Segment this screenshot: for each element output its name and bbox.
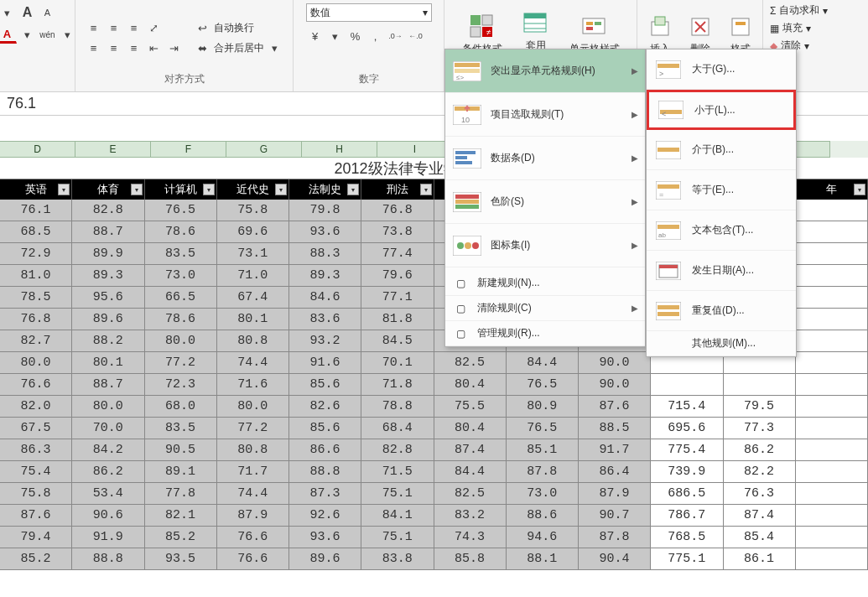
data-cell[interactable]: 69.6 (217, 221, 289, 243)
data-cell[interactable]: 90.5 (145, 439, 217, 461)
data-cell[interactable]: 82.5 (434, 352, 507, 374)
data-cell[interactable] (796, 483, 868, 505)
column-header[interactable]: G (226, 141, 302, 158)
table-header[interactable]: 英语▾ (0, 179, 72, 200)
data-cell[interactable]: 695.6 (651, 418, 723, 439)
data-cell[interactable]: 84.5 (361, 330, 434, 352)
data-cell[interactable]: 76.6 (217, 548, 289, 570)
menu-item[interactable]: ab文本包含(T)... (647, 210, 796, 251)
data-cell[interactable]: 80.0 (72, 396, 144, 418)
data-cell[interactable]: 68.5 (0, 221, 72, 243)
data-cell[interactable]: 76.8 (0, 309, 72, 330)
data-cell[interactable] (796, 330, 868, 352)
data-cell[interactable]: 72.3 (145, 374, 217, 396)
data-cell[interactable]: 78.6 (145, 309, 217, 330)
data-cell[interactable]: 85.4 (724, 527, 796, 548)
filter-arrow-icon[interactable]: ▾ (347, 184, 359, 195)
data-cell[interactable]: 68.4 (361, 418, 434, 439)
filter-arrow-icon[interactable]: ▾ (131, 184, 143, 195)
data-cell[interactable] (796, 439, 868, 461)
data-cell[interactable]: 79.8 (289, 200, 361, 221)
menu-item[interactable]: =等于(E)... (647, 170, 796, 210)
data-cell[interactable] (796, 374, 868, 396)
data-cell[interactable]: 78.5 (0, 287, 72, 309)
data-cell[interactable]: 80.0 (0, 352, 72, 374)
percent-icon[interactable]: % (346, 27, 365, 45)
data-cell[interactable] (796, 418, 868, 439)
data-cell[interactable]: 78.6 (145, 221, 217, 243)
data-cell[interactable]: 70.1 (361, 352, 434, 374)
data-cell[interactable]: 83.2 (434, 505, 507, 527)
data-cell[interactable] (651, 374, 723, 396)
filter-arrow-icon[interactable]: ▾ (854, 184, 865, 195)
data-cell[interactable]: 68.0 (145, 396, 217, 418)
table-header[interactable]: 近代史▾ (217, 179, 289, 200)
data-cell[interactable]: 82.1 (145, 505, 217, 527)
data-cell[interactable]: 85.2 (0, 548, 72, 570)
menu-item[interactable]: 图标集(I)▶ (445, 224, 645, 267)
data-cell[interactable]: 81.0 (0, 265, 72, 287)
menu-item[interactable]: >大于(G)... (647, 49, 796, 90)
data-cell[interactable]: 72.9 (0, 243, 72, 265)
column-header[interactable]: D (0, 141, 75, 158)
data-cell[interactable]: 77.3 (724, 418, 796, 439)
data-cell[interactable]: 80.1 (217, 309, 289, 330)
worksheet[interactable]: DEFGHIJKLMN 2012级法律专业学生期末成绩 英语▾体育▾计算机▾近代… (0, 141, 868, 570)
increase-font-icon[interactable]: A (18, 3, 37, 22)
number-format-combo[interactable]: 数值 ▾ (306, 3, 432, 22)
menu-item[interactable]: 发生日期(A)... (647, 251, 796, 291)
data-cell[interactable]: 90.7 (579, 505, 651, 527)
data-cell[interactable]: 87.6 (0, 505, 72, 527)
decrease-decimal-icon[interactable]: ←.0 (407, 27, 425, 45)
data-cell[interactable]: 84.2 (72, 439, 144, 461)
data-cell[interactable]: 76.5 (507, 418, 579, 439)
data-cell[interactable]: 88.8 (289, 461, 361, 483)
data-cell[interactable]: 80.8 (217, 330, 289, 352)
data-cell[interactable]: 87.9 (579, 483, 651, 505)
data-cell[interactable]: 86.3 (0, 439, 72, 461)
data-cell[interactable]: 71.6 (217, 374, 289, 396)
data-cell[interactable]: 86.4 (579, 461, 651, 483)
increase-decimal-icon[interactable]: .0→ (387, 27, 405, 45)
table-header[interactable]: 法制史▾ (289, 179, 361, 200)
data-cell[interactable]: 91.7 (579, 439, 651, 461)
table-header[interactable]: 刑法▾ (361, 179, 434, 200)
data-cell[interactable]: 90.0 (579, 374, 651, 396)
data-cell[interactable]: 87.8 (507, 461, 579, 483)
data-cell[interactable]: 80.1 (72, 352, 144, 374)
data-cell[interactable]: 90.0 (579, 352, 651, 374)
data-cell[interactable]: 89.9 (72, 243, 144, 265)
data-cell[interactable] (796, 548, 868, 570)
data-cell[interactable]: 78.8 (361, 396, 434, 418)
column-header[interactable]: H (302, 141, 377, 158)
align-bottom-icon[interactable]: ≡ (125, 18, 143, 37)
data-cell[interactable]: 88.8 (72, 548, 144, 570)
data-cell[interactable]: 82.8 (361, 439, 434, 461)
data-cell[interactable]: 89.3 (289, 265, 361, 287)
table-header[interactable]: 体育▾ (72, 179, 144, 200)
data-cell[interactable]: 77.8 (145, 483, 217, 505)
filter-arrow-icon[interactable]: ▾ (58, 184, 70, 195)
data-cell[interactable]: 89.1 (145, 461, 217, 483)
filter-arrow-icon[interactable]: ▾ (420, 184, 432, 195)
data-cell[interactable]: 88.7 (72, 221, 144, 243)
data-cell[interactable]: 775.4 (651, 439, 723, 461)
data-cell[interactable]: 768.5 (651, 527, 723, 548)
decrease-font-icon[interactable]: A (39, 3, 57, 22)
data-cell[interactable]: 85.1 (507, 439, 579, 461)
data-cell[interactable]: 77.2 (217, 418, 289, 439)
align-right-icon[interactable]: ≡ (125, 39, 143, 57)
data-cell[interactable]: 67.4 (217, 287, 289, 309)
data-cell[interactable] (796, 352, 868, 374)
data-cell[interactable]: 88.7 (72, 374, 144, 396)
data-cell[interactable]: 91.6 (289, 352, 361, 374)
data-cell[interactable] (796, 265, 868, 287)
data-cell[interactable]: 83.5 (145, 243, 217, 265)
data-cell[interactable]: 85.6 (289, 374, 361, 396)
data-cell[interactable] (796, 221, 868, 243)
data-cell[interactable]: 89.3 (72, 265, 144, 287)
data-cell[interactable]: 76.1 (0, 200, 72, 221)
data-cell[interactable]: 93.6 (289, 221, 361, 243)
filter-arrow-icon[interactable]: ▾ (203, 184, 215, 195)
phonetic-arrow-icon[interactable]: ▾ (59, 25, 77, 44)
